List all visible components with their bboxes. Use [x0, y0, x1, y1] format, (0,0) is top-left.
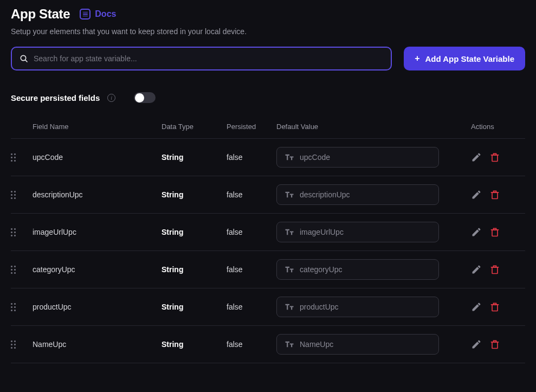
table-row: descriptionUpc String false descriptionU…	[11, 176, 525, 214]
drag-handle-icon[interactable]	[11, 266, 16, 274]
data-type: String	[162, 190, 227, 199]
edit-icon[interactable]	[471, 227, 482, 237]
persisted: false	[227, 190, 276, 199]
data-type: String	[162, 303, 227, 311]
text-type-icon	[285, 191, 294, 198]
default-value-text: categoryUpc	[300, 265, 343, 274]
drag-handle-icon[interactable]	[11, 340, 16, 349]
col-persisted: Persisted	[227, 123, 276, 131]
field-name: NameUpc	[33, 340, 162, 349]
default-value-box[interactable]: descriptionUpc	[276, 184, 439, 205]
field-name: categoryUpc	[33, 265, 162, 274]
delete-icon[interactable]	[489, 339, 500, 350]
edit-icon[interactable]	[471, 301, 482, 312]
delete-icon[interactable]	[489, 264, 500, 275]
field-name: upcCode	[33, 153, 162, 162]
col-actions: Actions	[471, 123, 525, 131]
default-value-text: productUpc	[300, 303, 339, 311]
drag-handle-icon[interactable]	[11, 153, 16, 162]
delete-icon[interactable]	[489, 152, 500, 163]
persisted: false	[227, 340, 276, 349]
edit-icon[interactable]	[471, 189, 482, 200]
text-type-icon	[285, 228, 294, 236]
default-value-text: imageUrlUpc	[300, 228, 344, 236]
persisted: false	[227, 153, 276, 162]
secure-persisted-label: Secure persisted fields	[11, 93, 100, 102]
text-type-icon	[285, 340, 294, 348]
drag-handle-icon[interactable]	[11, 303, 16, 311]
default-value-box[interactable]: categoryUpc	[276, 259, 439, 280]
data-type: String	[162, 228, 227, 236]
default-value-text: upcCode	[300, 153, 330, 162]
table-row: imageUrlUpc String false imageUrlUpc	[11, 214, 525, 251]
info-icon[interactable]: i	[107, 94, 115, 102]
text-type-icon	[285, 153, 294, 161]
page-title: App State	[11, 7, 70, 22]
default-value-text: descriptionUpc	[300, 190, 350, 199]
col-default-value: Default Value	[276, 123, 471, 131]
add-app-state-variable-button[interactable]: + Add App State Variable	[404, 47, 525, 70]
persisted: false	[227, 228, 276, 236]
docs-icon	[80, 9, 91, 20]
page-subtitle: Setup your elements that you want to kee…	[11, 27, 525, 36]
secure-persisted-toggle[interactable]	[134, 92, 156, 103]
data-type: String	[162, 265, 227, 274]
add-button-label: Add App State Variable	[425, 54, 514, 63]
edit-icon[interactable]	[471, 264, 482, 275]
field-name: productUpc	[33, 303, 162, 311]
data-type: String	[162, 153, 227, 162]
default-value-box[interactable]: productUpc	[276, 297, 439, 317]
col-data-type: Data Type	[162, 123, 227, 131]
default-value-box[interactable]: imageUrlUpc	[276, 222, 439, 242]
docs-label: Docs	[95, 9, 116, 19]
data-type: String	[162, 340, 227, 349]
drag-handle-icon[interactable]	[11, 191, 16, 199]
field-name: descriptionUpc	[33, 190, 162, 199]
edit-icon[interactable]	[471, 152, 482, 163]
delete-icon[interactable]	[489, 189, 500, 200]
table-row: productUpc String false productUpc	[11, 288, 525, 326]
persisted: false	[227, 265, 276, 274]
table-row: categoryUpc String false categoryUpc	[11, 251, 525, 288]
default-value-text: NameUpc	[300, 340, 333, 349]
svg-line-1	[25, 60, 27, 62]
delete-icon[interactable]	[489, 227, 500, 237]
edit-icon[interactable]	[471, 339, 482, 350]
default-value-box[interactable]: upcCode	[276, 147, 439, 168]
col-field-name: Field Name	[33, 123, 162, 131]
toggle-knob	[135, 93, 144, 102]
default-value-box[interactable]: NameUpc	[276, 334, 439, 355]
field-name: imageUrlUpc	[33, 228, 162, 236]
persisted: false	[227, 303, 276, 311]
table-row: NameUpc String false NameUpc	[11, 326, 525, 363]
delete-icon[interactable]	[489, 301, 500, 312]
text-type-icon	[285, 303, 294, 311]
table-header: Field Name Data Type Persisted Default V…	[11, 115, 525, 139]
plus-icon: +	[415, 54, 419, 63]
text-type-icon	[285, 266, 294, 273]
search-icon	[20, 54, 28, 63]
docs-link[interactable]: Docs	[80, 9, 116, 20]
table-row: upcCode String false upcCode	[11, 139, 525, 176]
search-box[interactable]	[11, 47, 392, 70]
search-input[interactable]	[34, 54, 383, 63]
drag-handle-icon[interactable]	[11, 228, 16, 236]
